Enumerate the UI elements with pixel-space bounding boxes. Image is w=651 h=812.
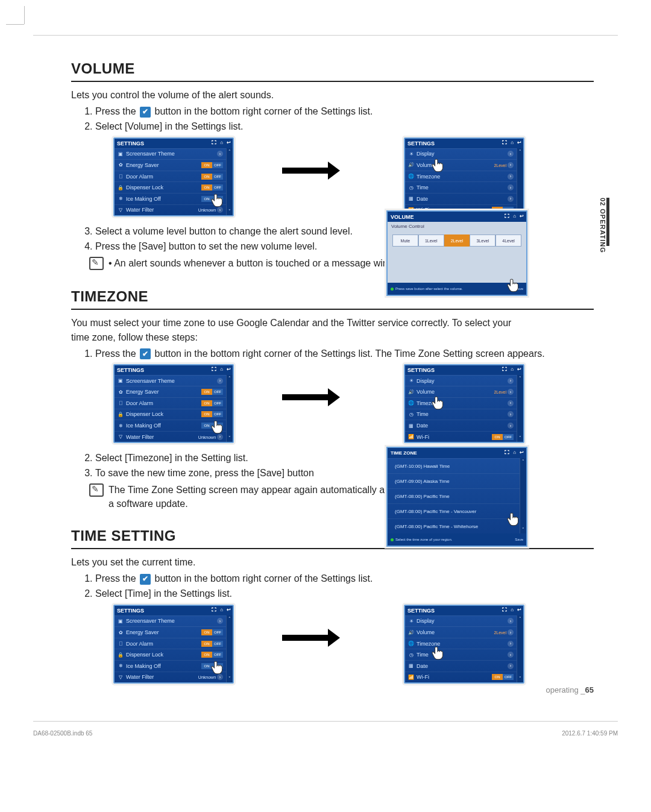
settings-row[interactable]: 🔒Dispenser LockONOFF (115, 649, 226, 660)
toggle[interactable]: ONOFF (492, 434, 514, 440)
settings-row[interactable]: 🌐Timezone› (405, 397, 517, 409)
settings-row-label: Ice Making Off (126, 423, 161, 429)
settings-row[interactable]: ◷Time› (405, 181, 517, 193)
scrollbar[interactable]: ˄ ˅ (517, 148, 523, 216)
toggle[interactable]: ONOFF (201, 400, 223, 406)
leaf-icon: ✿ (118, 162, 124, 168)
scrollbar[interactable]: ˄ ˅ (226, 148, 233, 216)
volume-level-option[interactable]: Mute (392, 234, 418, 247)
settings-row[interactable]: 📶Wi-FiONOFF (405, 672, 517, 683)
settings-row[interactable]: 🌐Timezone› (405, 171, 517, 182)
settings-row[interactable]: ▦Date› (405, 420, 517, 431)
settings-panel-left: SETTINGS ⛶ ⌂ ↩ ▣Screensaver Theme›✿Energ… (113, 137, 234, 217)
back-icon: ↩ (520, 213, 524, 219)
chevron-right-icon: › (217, 151, 223, 157)
clock-icon: ◷ (408, 184, 414, 190)
settings-row[interactable]: 🔊Volume2Level › (405, 626, 517, 638)
toggle[interactable]: ONOFF (201, 652, 223, 658)
door-icon: ⎕ (118, 174, 124, 180)
toggle[interactable]: ONOFF (201, 663, 223, 669)
settings-row[interactable]: 📶Wi-FiONOFF (405, 431, 517, 442)
settings-row[interactable]: ⎕Door AlarmONOFF (115, 397, 226, 409)
wifi-icon: 📶 (408, 674, 414, 680)
section-rule (71, 548, 594, 549)
volume-steps: Press the button in the bottom right cor… (95, 104, 594, 133)
settings-row[interactable]: ✿Energy SaverONOFF (115, 159, 226, 171)
save-button[interactable]: Save (515, 538, 523, 541)
settings-row[interactable]: 🔒Dispenser LockONOFF (115, 409, 226, 420)
section-rule (71, 309, 594, 310)
toggle[interactable]: ONOFF (201, 629, 223, 635)
volume-level-option[interactable]: 1Level (418, 234, 444, 247)
settings-row[interactable]: ▣Screensaver Theme› (115, 148, 226, 160)
toggle[interactable]: ONOFF (201, 389, 223, 395)
settings-row[interactable]: ☀Display› (405, 615, 517, 627)
timezone-option[interactable]: (GMT-08:00) Pacific Time (388, 488, 520, 503)
settings-row[interactable]: 🔊Volume2Level › (405, 159, 517, 171)
image-icon: ▣ (118, 618, 124, 624)
volume-level-option[interactable]: 2Level (444, 234, 470, 247)
toggle[interactable]: ONOFF (201, 196, 223, 202)
settings-row-label: Date (417, 663, 428, 669)
settings-row[interactable]: ☀Display› (405, 148, 517, 160)
toggle[interactable]: ONOFF (201, 411, 223, 417)
timezone-option[interactable]: (GMT-08:00) Pacific Time - Vancouver (388, 503, 520, 518)
settings-row[interactable]: ⎕Door AlarmONOFF (115, 171, 226, 182)
timezone-option[interactable]: (GMT-09:00) Alaska Time (388, 473, 520, 488)
volume-control-panel: VOLUME ⛶ ⌂ ↩ Volume Control Mute1Level2L… (386, 210, 527, 296)
toggle[interactable]: ONOFF (492, 674, 514, 680)
volume-level-option[interactable]: 3Level (470, 234, 495, 247)
toggle[interactable]: ONOFF (201, 162, 223, 168)
time-step2: Select [Time] in the Settings list. (95, 587, 594, 600)
settings-row-label: Volume (417, 162, 435, 168)
settings-row[interactable]: ▽Water FilterUnknown › (115, 672, 226, 683)
crop-mark (6, 24, 24, 25)
scroll-down-icon[interactable]: ˅ (228, 209, 231, 214)
settings-row[interactable]: ▦Date› (405, 193, 517, 204)
save-button[interactable]: Save (515, 287, 523, 291)
settings-row[interactable]: ▣Screensaver Theme› (115, 375, 226, 386)
volume-intro: Lets you control the volume of the alert… (71, 88, 594, 102)
down-arrow-button-icon (140, 107, 151, 118)
settings-row[interactable]: ❄Ice Making OffONOFF (115, 420, 226, 431)
volume-level-option[interactable]: 4Level (495, 234, 521, 247)
settings-row[interactable]: ▽Water FilterUnknown › (115, 431, 226, 442)
settings-panel-right: SETTINGS ⛶⌂↩ ☀Display›🔊Volume2Level ›🌐Ti… (404, 364, 524, 444)
settings-row-label: Time (417, 184, 429, 190)
settings-row[interactable]: ▽Water FilterUnknown › (115, 204, 226, 216)
status-dot-icon (391, 538, 394, 541)
settings-row[interactable]: 🔊Volume2Level › (405, 386, 517, 397)
expand-icon: ⛶ (212, 140, 216, 145)
settings-row[interactable]: ◷Time› (405, 649, 517, 660)
settings-row[interactable]: 🔒Dispenser LockONOFF (115, 181, 226, 193)
settings-row-label: Wi-Fi (417, 674, 429, 680)
settings-row[interactable]: ❄Ice Making OffONOFF (115, 193, 226, 204)
image-icon: ▣ (118, 151, 124, 157)
toggle[interactable]: ONOFF (201, 423, 223, 429)
settings-row[interactable]: ☀Display› (405, 375, 517, 386)
time-step1b: button in the bottom right corner of the… (152, 573, 373, 584)
settings-row[interactable]: 🌐Timezone› (405, 638, 517, 649)
settings-row[interactable]: ◷Time› (405, 409, 517, 420)
scroll-up-icon[interactable]: ˄ (519, 149, 521, 154)
settings-row[interactable]: ✿Energy SaverONOFF (115, 386, 226, 397)
scroll-up-icon[interactable]: ˄ (228, 149, 231, 154)
volume-footer-msg: Press save button after select the volum… (395, 287, 463, 291)
toggle[interactable]: ONOFF (201, 184, 223, 190)
toggle[interactable]: ONOFF (201, 641, 223, 647)
settings-row[interactable]: ✿Energy SaverONOFF (115, 626, 226, 638)
settings-row[interactable]: ❄Ice Making OffONOFF (115, 660, 226, 672)
toggle[interactable]: ONOFF (201, 174, 223, 180)
lock-icon: 🔒 (118, 411, 124, 417)
settings-row[interactable]: ▦Date› (405, 660, 517, 672)
settings-row[interactable]: ⎕Door AlarmONOFF (115, 638, 226, 649)
arrow-icon (282, 394, 330, 400)
settings-panel-left: SETTINGS ⛶⌂↩ ▣Screensaver Theme›✿Energy … (113, 605, 234, 684)
timezone-option[interactable]: (GMT-10:00) Hawaii Time (388, 458, 520, 473)
settings-row[interactable]: ▣Screensaver Theme› (115, 615, 226, 627)
timezone-option[interactable]: (GMT-08:00) Pacific Time - Whitehorse (388, 518, 520, 533)
settings-row-label: Timezone (417, 641, 440, 647)
volume-level-buttons[interactable]: Mute1Level2Level3Level4Level (392, 234, 521, 247)
settings-row-label: Energy Saver (126, 389, 159, 395)
image-icon: ▣ (118, 378, 124, 384)
